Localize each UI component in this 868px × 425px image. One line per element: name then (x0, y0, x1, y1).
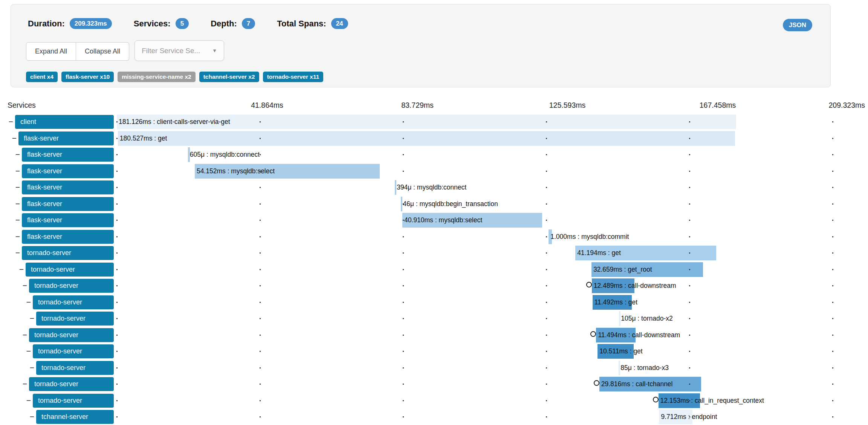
collapse-toggle[interactable]: − (15, 248, 21, 257)
tick-dot (832, 187, 833, 188)
service-label[interactable]: tornado-server (33, 295, 114, 309)
span-duration: 54.152ms (197, 167, 226, 175)
service-label[interactable]: tchannel-server (36, 410, 114, 424)
tick-dot (403, 236, 404, 237)
collapse-toggle[interactable]: − (29, 412, 35, 421)
service-label[interactable]: tornado-server (29, 328, 114, 342)
span-bar-area[interactable]: 1.000ms : mysqldb:commit (117, 229, 833, 244)
collapse-toggle[interactable]: − (26, 346, 32, 356)
span-label: 12.489ms : call-downstream (594, 278, 676, 293)
collapse-toggle[interactable]: − (22, 330, 28, 339)
service-label[interactable]: tornado-server (29, 377, 114, 391)
tick-dot (832, 203, 833, 205)
service-badge[interactable]: flask-server x10 (61, 72, 114, 82)
collapse-toggle[interactable]: − (29, 313, 35, 323)
expand-all-button[interactable]: Expand All (26, 42, 76, 61)
trace-row: −tornado-server105μ : tornado-x2 (0, 311, 868, 326)
collapse-toggle[interactable]: − (11, 133, 17, 143)
tick-dot (260, 187, 261, 188)
json-button[interactable]: JSON (783, 19, 812, 31)
span-label: 54.152ms : mysqldb:select (197, 164, 275, 179)
span-bar-area[interactable]: 40.910ms : mysqldb:select (117, 213, 833, 228)
service-badge[interactable]: client x4 (26, 72, 58, 82)
service-label[interactable]: flask-server (22, 148, 114, 162)
service-label[interactable]: flask-server (22, 164, 114, 178)
collapse-toggle[interactable]: − (15, 166, 21, 176)
service-label[interactable]: tornado-server (26, 263, 114, 277)
span-bar-area[interactable]: 394μ : mysqldb:connect (117, 180, 833, 195)
service-label[interactable]: tornado-server (36, 361, 114, 375)
service-badge[interactable]: tchannel-server x2 (199, 72, 259, 82)
span-bar-area[interactable]: 105μ : tornado-x2 (117, 311, 833, 326)
collapse-toggle[interactable]: − (15, 232, 21, 241)
span-label: 9.712ms : endpoint (661, 410, 717, 424)
tick-dot (260, 302, 261, 303)
service-label[interactable]: tornado-server (33, 394, 114, 408)
collapse-toggle[interactable]: − (15, 150, 21, 159)
span-label: 1.000ms : mysqldb:commit (550, 229, 629, 244)
span-duration: 181.126ms (119, 118, 151, 125)
span-bar-area[interactable]: 54.152ms : mysqldb:select (117, 164, 833, 179)
tick-dot (546, 335, 547, 336)
tick-dot (403, 252, 404, 254)
collapse-toggle[interactable]: − (15, 215, 21, 225)
service-label[interactable]: flask-server (22, 230, 114, 244)
stat-label: Services: (134, 19, 171, 29)
tick-dot (546, 236, 547, 237)
span-bar-area[interactable]: 10.511ms : get (117, 344, 833, 359)
collapse-toggle[interactable]: − (26, 396, 32, 405)
collapse-toggle[interactable]: − (18, 264, 24, 274)
collapse-toggle[interactable]: − (15, 182, 21, 192)
collapse-toggle[interactable]: − (22, 379, 28, 388)
service-label[interactable]: tornado-server (33, 344, 114, 358)
service-label[interactable]: tornado-server (22, 246, 114, 260)
span-duration-bar[interactable] (619, 361, 620, 375)
span-duration-bar[interactable] (401, 197, 402, 211)
span-bar-area[interactable]: 46μ : mysqldb:begin_transaction (117, 197, 833, 211)
collapse-toggle[interactable]: − (8, 117, 14, 126)
span-bar-area[interactable]: 41.194ms : get (117, 246, 833, 260)
span-bar-area[interactable]: 32.659ms : get_root (117, 262, 833, 277)
collapse-toggle[interactable]: − (26, 297, 32, 307)
span-bar-area[interactable]: 9.712ms : endpoint (117, 410, 833, 424)
service-label[interactable]: tornado-server (29, 279, 114, 293)
span-bar-area[interactable]: 11.492ms : get (117, 295, 833, 310)
span-name: get (158, 135, 167, 142)
span-bar-area[interactable]: 85μ : tornado-x3 (117, 361, 833, 375)
service-label[interactable]: flask-server (22, 197, 114, 211)
tick-dot (689, 171, 690, 172)
span-bar-area[interactable]: 29.816ms : call-tchannel (117, 377, 833, 391)
tick-dot (116, 269, 118, 270)
service-badge[interactable]: missing-service-name x2 (118, 72, 195, 82)
tick-label: 167.458ms (700, 101, 736, 110)
collapse-toggle[interactable]: − (29, 363, 35, 372)
span-duration-bar[interactable] (619, 311, 620, 326)
service-label[interactable]: flask-server (22, 180, 114, 194)
span-bar-area[interactable]: 181.126ms : client-calls-server-via-get (117, 115, 833, 129)
tick-dot (546, 400, 547, 401)
trace-row: −tornado-server41.194ms : get (0, 246, 868, 260)
span-bar-area[interactable]: 180.527ms : get (117, 131, 833, 146)
span-bar-area[interactable]: 605μ : mysqldb:connect (117, 147, 833, 162)
span-duration: 40.910ms (404, 216, 433, 224)
span-bar-area[interactable]: 12.153ms : call_in_request_context (117, 393, 833, 408)
span-bar-area[interactable]: 11.494ms : call-downstream (117, 328, 833, 342)
tick-dot (832, 138, 833, 139)
service-label[interactable]: flask-server (22, 213, 114, 227)
span-duration-bar[interactable] (118, 131, 735, 146)
span-duration-bar[interactable] (395, 180, 396, 195)
span-label-separator: : (205, 151, 210, 158)
collapse-toggle[interactable]: − (15, 199, 21, 208)
service-badge[interactable]: tornado-server x11 (263, 72, 324, 82)
collapse-all-button[interactable]: Collapse All (76, 42, 129, 61)
service-label[interactable]: flask-server (18, 131, 114, 145)
span-bar-area[interactable]: 12.489ms : call-downstream (117, 278, 833, 293)
tick-dot (403, 367, 404, 368)
tick-dot (689, 318, 690, 319)
service-label[interactable]: client (15, 115, 114, 129)
filter-service-dropdown[interactable]: Filter Service Se... ▼ (134, 40, 224, 61)
collapse-toggle[interactable]: − (22, 281, 28, 290)
tick-dot (689, 302, 690, 303)
tick-dot (260, 400, 261, 401)
service-label[interactable]: tornado-server (36, 312, 114, 326)
